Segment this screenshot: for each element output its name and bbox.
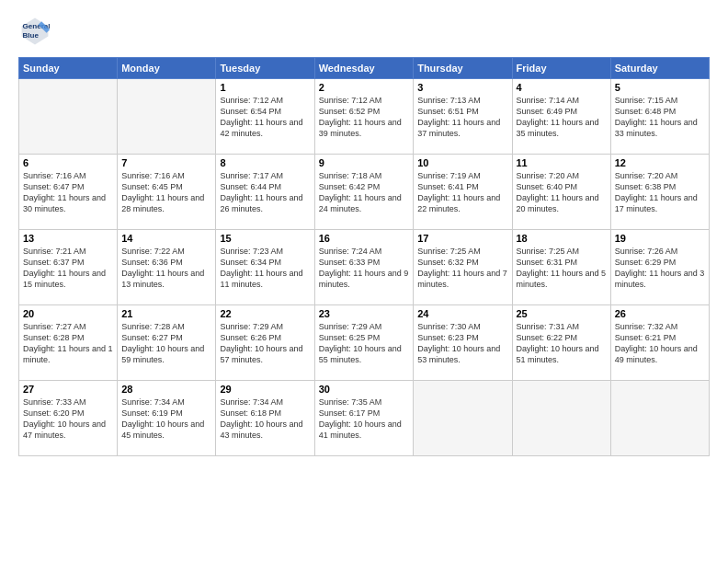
day-number: 25 <box>517 308 607 319</box>
day-info: Sunrise: 7:25 AMSunset: 6:32 PMDaylight:… <box>417 246 507 291</box>
calendar-cell: 28Sunrise: 7:34 AMSunset: 6:19 PMDayligh… <box>118 381 216 456</box>
weekday-tuesday: Tuesday <box>216 58 314 79</box>
day-info: Sunrise: 7:14 AMSunset: 6:49 PMDaylight:… <box>517 95 607 140</box>
logo-icon: General Blue <box>18 15 51 48</box>
day-info: Sunrise: 7:31 AMSunset: 6:22 PMDaylight:… <box>517 321 607 366</box>
day-number: 8 <box>220 157 310 168</box>
calendar-cell: 24Sunrise: 7:30 AMSunset: 6:23 PMDayligh… <box>414 305 512 381</box>
day-number: 10 <box>417 157 507 168</box>
header: General Blue <box>18 15 710 48</box>
calendar-cell: 4Sunrise: 7:14 AMSunset: 6:49 PMDaylight… <box>512 79 610 155</box>
day-number: 19 <box>615 233 705 244</box>
day-info: Sunrise: 7:30 AMSunset: 6:23 PMDaylight:… <box>417 321 507 366</box>
day-number: 17 <box>417 233 507 244</box>
day-info: Sunrise: 7:34 AMSunset: 6:19 PMDaylight:… <box>121 396 211 442</box>
day-info: Sunrise: 7:22 AMSunset: 6:36 PMDaylight:… <box>121 246 211 291</box>
calendar-cell: 19Sunrise: 7:26 AMSunset: 6:29 PMDayligh… <box>610 230 709 305</box>
day-number: 30 <box>319 384 409 395</box>
day-number: 24 <box>417 308 507 319</box>
day-info: Sunrise: 7:32 AMSunset: 6:21 PMDaylight:… <box>615 321 705 366</box>
calendar-cell: 2Sunrise: 7:12 AMSunset: 6:52 PMDaylight… <box>314 79 413 155</box>
day-number: 16 <box>319 233 409 244</box>
day-number: 18 <box>517 233 607 244</box>
calendar-cell <box>118 79 216 155</box>
page: General Blue SundayMondayTuesdayWednesda… <box>0 0 728 563</box>
day-number: 28 <box>121 384 211 395</box>
calendar-cell: 6Sunrise: 7:16 AMSunset: 6:47 PMDaylight… <box>19 155 118 230</box>
day-number: 9 <box>319 157 409 168</box>
calendar-cell: 12Sunrise: 7:20 AMSunset: 6:38 PMDayligh… <box>610 155 709 230</box>
day-info: Sunrise: 7:28 AMSunset: 6:27 PMDaylight:… <box>121 321 211 366</box>
day-number: 11 <box>517 157 607 168</box>
day-info: Sunrise: 7:27 AMSunset: 6:28 PMDaylight:… <box>23 321 113 366</box>
day-info: Sunrise: 7:29 AMSunset: 6:26 PMDaylight:… <box>220 321 310 366</box>
calendar-cell: 23Sunrise: 7:29 AMSunset: 6:25 PMDayligh… <box>314 305 413 381</box>
day-number: 29 <box>220 384 310 395</box>
calendar-cell: 22Sunrise: 7:29 AMSunset: 6:26 PMDayligh… <box>216 305 314 381</box>
day-info: Sunrise: 7:18 AMSunset: 6:42 PMDaylight:… <box>319 170 409 215</box>
day-info: Sunrise: 7:12 AMSunset: 6:54 PMDaylight:… <box>220 95 310 140</box>
day-info: Sunrise: 7:12 AMSunset: 6:52 PMDaylight:… <box>319 95 409 140</box>
calendar-cell: 13Sunrise: 7:21 AMSunset: 6:37 PMDayligh… <box>19 230 118 305</box>
calendar-cell <box>610 381 709 456</box>
day-info: Sunrise: 7:15 AMSunset: 6:48 PMDaylight:… <box>615 95 705 140</box>
logo: General Blue <box>18 15 55 48</box>
calendar-cell: 11Sunrise: 7:20 AMSunset: 6:40 PMDayligh… <box>512 155 610 230</box>
day-info: Sunrise: 7:20 AMSunset: 6:38 PMDaylight:… <box>615 170 705 215</box>
day-info: Sunrise: 7:35 AMSunset: 6:17 PMDaylight:… <box>319 396 409 442</box>
weekday-saturday: Saturday <box>610 58 709 79</box>
calendar-cell: 29Sunrise: 7:34 AMSunset: 6:18 PMDayligh… <box>216 381 314 456</box>
calendar-cell <box>414 381 512 456</box>
weekday-header-row: SundayMondayTuesdayWednesdayThursdayFrid… <box>19 58 710 79</box>
day-number: 6 <box>23 157 113 168</box>
day-info: Sunrise: 7:34 AMSunset: 6:18 PMDaylight:… <box>220 396 310 442</box>
day-info: Sunrise: 7:19 AMSunset: 6:41 PMDaylight:… <box>417 170 507 215</box>
weekday-thursday: Thursday <box>414 58 512 79</box>
calendar-cell: 27Sunrise: 7:33 AMSunset: 6:20 PMDayligh… <box>19 381 118 456</box>
day-number: 3 <box>417 82 507 93</box>
calendar-cell: 26Sunrise: 7:32 AMSunset: 6:21 PMDayligh… <box>610 305 709 381</box>
weekday-sunday: Sunday <box>19 58 118 79</box>
calendar-cell: 7Sunrise: 7:16 AMSunset: 6:45 PMDaylight… <box>118 155 216 230</box>
calendar-cell: 9Sunrise: 7:18 AMSunset: 6:42 PMDaylight… <box>314 155 413 230</box>
day-info: Sunrise: 7:26 AMSunset: 6:29 PMDaylight:… <box>615 246 705 291</box>
weekday-wednesday: Wednesday <box>314 58 413 79</box>
day-number: 14 <box>121 233 211 244</box>
day-info: Sunrise: 7:29 AMSunset: 6:25 PMDaylight:… <box>319 321 409 366</box>
calendar-cell: 21Sunrise: 7:28 AMSunset: 6:27 PMDayligh… <box>118 305 216 381</box>
calendar-cell: 5Sunrise: 7:15 AMSunset: 6:48 PMDaylight… <box>610 79 709 155</box>
day-number: 27 <box>23 384 113 395</box>
day-info: Sunrise: 7:20 AMSunset: 6:40 PMDaylight:… <box>517 170 607 215</box>
day-number: 22 <box>220 308 310 319</box>
day-number: 12 <box>615 157 705 168</box>
calendar-cell: 25Sunrise: 7:31 AMSunset: 6:22 PMDayligh… <box>512 305 610 381</box>
day-info: Sunrise: 7:21 AMSunset: 6:37 PMDaylight:… <box>23 246 113 291</box>
day-info: Sunrise: 7:25 AMSunset: 6:31 PMDaylight:… <box>517 246 607 291</box>
calendar-cell: 3Sunrise: 7:13 AMSunset: 6:51 PMDaylight… <box>414 79 512 155</box>
day-number: 20 <box>23 308 113 319</box>
day-info: Sunrise: 7:33 AMSunset: 6:20 PMDaylight:… <box>23 396 113 442</box>
calendar-cell: 17Sunrise: 7:25 AMSunset: 6:32 PMDayligh… <box>414 230 512 305</box>
svg-text:Blue: Blue <box>23 31 40 40</box>
calendar-cell: 30Sunrise: 7:35 AMSunset: 6:17 PMDayligh… <box>314 381 413 456</box>
day-number: 4 <box>517 82 607 93</box>
day-info: Sunrise: 7:16 AMSunset: 6:45 PMDaylight:… <box>121 170 211 215</box>
week-row-2: 6Sunrise: 7:16 AMSunset: 6:47 PMDaylight… <box>19 155 710 230</box>
calendar-cell: 1Sunrise: 7:12 AMSunset: 6:54 PMDaylight… <box>216 79 314 155</box>
calendar-table: SundayMondayTuesdayWednesdayThursdayFrid… <box>18 57 710 456</box>
day-number: 21 <box>121 308 211 319</box>
week-row-5: 27Sunrise: 7:33 AMSunset: 6:20 PMDayligh… <box>19 381 710 456</box>
calendar-cell: 15Sunrise: 7:23 AMSunset: 6:34 PMDayligh… <box>216 230 314 305</box>
calendar-cell: 8Sunrise: 7:17 AMSunset: 6:44 PMDaylight… <box>216 155 314 230</box>
day-info: Sunrise: 7:13 AMSunset: 6:51 PMDaylight:… <box>417 95 507 140</box>
day-number: 2 <box>319 82 409 93</box>
weekday-monday: Monday <box>118 58 216 79</box>
day-number: 23 <box>319 308 409 319</box>
weekday-friday: Friday <box>512 58 610 79</box>
calendar-cell <box>512 381 610 456</box>
calendar-cell <box>19 79 118 155</box>
day-number: 5 <box>615 82 705 93</box>
day-number: 15 <box>220 233 310 244</box>
day-number: 26 <box>615 308 705 319</box>
week-row-3: 13Sunrise: 7:21 AMSunset: 6:37 PMDayligh… <box>19 230 710 305</box>
